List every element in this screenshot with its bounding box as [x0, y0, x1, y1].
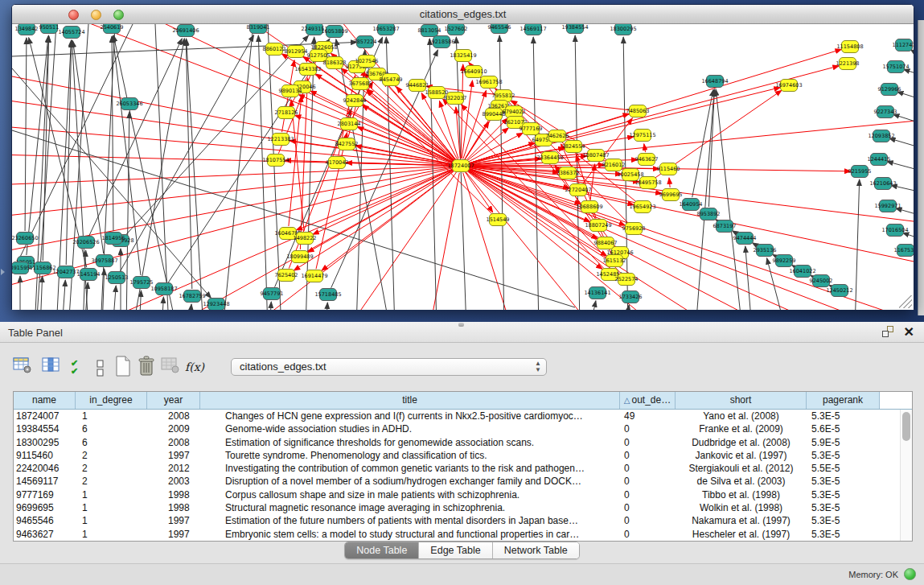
- column-header-pagerank[interactable]: pagerank: [807, 392, 880, 409]
- graph-node[interactable]: 8813054: [418, 25, 441, 37]
- memory-indicator-icon[interactable]: [904, 568, 916, 580]
- graph-node[interactable]: 1145194: [77, 269, 101, 281]
- table-row[interactable]: 1830029562008Estimation of significance …: [14, 436, 900, 449]
- tab-edge-table[interactable]: Edge Table: [419, 542, 492, 558]
- table-row[interactable]: 1938455462009Genome-wide association stu…: [14, 422, 900, 435]
- graph-node[interactable]: 18325419: [450, 50, 476, 62]
- graph-node[interactable]: 7485063: [626, 105, 650, 117]
- column-header-year[interactable]: year: [147, 392, 200, 409]
- graph-node[interactable]: 8322037: [444, 93, 467, 105]
- graph-node[interactable]: 1814956: [102, 233, 125, 245]
- graph-node[interactable]: 7462626: [546, 130, 569, 142]
- graph-node[interactable]: 18107554: [262, 154, 289, 167]
- graph-node[interactable]: 1221398: [836, 58, 860, 70]
- tab-node-table[interactable]: Node Table: [345, 542, 419, 558]
- tab-network-table[interactable]: Network Table: [493, 542, 579, 558]
- graph-node[interactable]: 19384554: [561, 24, 588, 34]
- graph-node[interactable]: 30975887: [91, 255, 117, 267]
- graph-node[interactable]: 8215955: [848, 166, 872, 178]
- graph-node[interactable]: 1498222: [294, 233, 317, 245]
- graph-node[interactable]: 9465546: [488, 24, 511, 34]
- column-header-out_degree[interactable]: △out_de…: [620, 392, 676, 409]
- graph-node[interactable]: 950511: [39, 24, 60, 34]
- import-table-icon[interactable]: [161, 357, 180, 373]
- graph-node[interactable]: 1527602: [445, 24, 468, 35]
- graph-node[interactable]: 16543382: [294, 64, 321, 76]
- graph-node[interactable]: 16041022: [789, 266, 815, 278]
- graph-node[interactable]: 8186328: [323, 57, 347, 69]
- graph-node[interactable]: 9463627: [635, 154, 659, 166]
- graph-node[interactable]: 2522574: [615, 274, 639, 286]
- graph-node[interactable]: 9756928: [622, 223, 646, 235]
- graph-node[interactable]: 1250513: [105, 272, 129, 284]
- column-header-short[interactable]: short: [676, 392, 807, 409]
- graph-node[interactable]: 10653287: [372, 24, 399, 35]
- graph-node[interactable]: 9245002: [810, 275, 833, 287]
- table-selector-dropdown[interactable]: citations_edges.txt ▲▼: [231, 358, 547, 376]
- graph-node[interactable]: 10807487: [582, 150, 609, 162]
- column-header-name[interactable]: name: [14, 392, 76, 409]
- graph-node[interactable]: 14055724: [58, 27, 84, 39]
- graph-node[interactable]: 12093852: [868, 130, 894, 142]
- new-file-icon[interactable]: [114, 356, 132, 377]
- graph-node[interactable]: 8860122: [263, 43, 286, 56]
- function-builder-icon[interactable]: f(x): [185, 360, 204, 381]
- table-row[interactable]: 946362711997Embryonic stem cells: a mode…: [14, 528, 900, 541]
- table-row[interactable]: 911546021997Tourette syndrome. Phenomeno…: [14, 449, 900, 462]
- graph-node[interactable]: 19218586: [428, 36, 454, 48]
- graph-node[interactable]: 1167534: [894, 245, 914, 257]
- graph-node[interactable]: 9242844: [343, 95, 367, 107]
- panel-divider-handle[interactable]: [458, 323, 464, 327]
- table-row[interactable]: 2242004622012Investigating the contribut…: [14, 462, 900, 475]
- network-graph[interactable]: 1872400713498429505111405572425406192069…: [12, 24, 914, 310]
- select-all-icon[interactable]: ✔✔: [71, 359, 78, 380]
- graph-node[interactable]: 16974603: [775, 80, 802, 92]
- graph-node[interactable]: 9457791: [261, 288, 284, 300]
- table-row[interactable]: 977716911998Corpus callosum shape and si…: [14, 488, 900, 501]
- graph-node[interactable]: 1244415: [868, 154, 891, 166]
- graph-node[interactable]: 9777169: [519, 123, 543, 135]
- graph-node[interactable]: 1027546: [355, 56, 379, 68]
- graph-node[interactable]: 1733426: [619, 291, 643, 303]
- column-header-title[interactable]: title: [200, 392, 620, 409]
- close-icon[interactable]: ✕: [904, 324, 914, 340]
- graph-node[interactable]: 8427552: [335, 138, 359, 150]
- table-options-icon[interactable]: [13, 357, 32, 373]
- graph-node[interactable]: 6873197: [713, 220, 737, 233]
- graph-node[interactable]: 15751074: [882, 61, 909, 73]
- graph-node[interactable]: 7857224: [354, 36, 377, 48]
- table-row[interactable]: 946554611997Estimation of the future num…: [14, 514, 900, 527]
- table-row[interactable]: 1872400712008Changes of HCN gene express…: [14, 410, 900, 422]
- graph-node[interactable]: 8953892: [697, 208, 721, 220]
- graph-node[interactable]: 20691406: [172, 25, 199, 37]
- graph-node[interactable]: 14136141: [584, 287, 610, 299]
- graph-node[interactable]: 9474444: [733, 233, 757, 245]
- graph-node[interactable]: 7625402: [275, 270, 298, 282]
- resize-grip[interactable]: [899, 295, 912, 308]
- graph-node[interactable]: 2935136: [754, 245, 777, 257]
- graph-node[interactable]: 4170042: [326, 157, 349, 169]
- graph-node[interactable]: 12450212: [826, 285, 852, 297]
- graph-node[interactable]: 1795725: [130, 277, 154, 289]
- graph-node[interactable]: 11154808: [836, 41, 863, 53]
- graph-node[interactable]: 391595: [12, 262, 30, 274]
- graph-node[interactable]: 23260650: [12, 233, 39, 245]
- graph-node[interactable]: 1349842: [15, 24, 39, 35]
- graph-node[interactable]: 1615132: [603, 255, 626, 267]
- graph-node[interactable]: 3675685: [349, 78, 372, 90]
- graph-node[interactable]: 16210643: [869, 178, 896, 190]
- graph-node[interactable]: 2540619: [101, 24, 124, 34]
- graph-node[interactable]: 9699695: [659, 189, 683, 201]
- graph-node[interactable]: 9115460: [657, 163, 680, 175]
- graph-node[interactable]: 1514549: [487, 214, 510, 226]
- float-window-icon[interactable]: [882, 326, 895, 339]
- graph-node[interactable]: 12213383: [267, 134, 294, 146]
- graph-node[interactable]: 8912954: [285, 46, 308, 58]
- column-header-in_degree[interactable]: in_degree: [76, 392, 147, 409]
- graph-node[interactable]: 8319041: [247, 24, 270, 34]
- vertical-scrollbar[interactable]: [900, 410, 912, 541]
- selection-mode-icon[interactable]: [97, 358, 105, 379]
- graph-node[interactable]: 9892259: [773, 255, 796, 267]
- scrollbar-thumb[interactable]: [902, 412, 910, 441]
- graph-node[interactable]: 7386372: [556, 167, 580, 179]
